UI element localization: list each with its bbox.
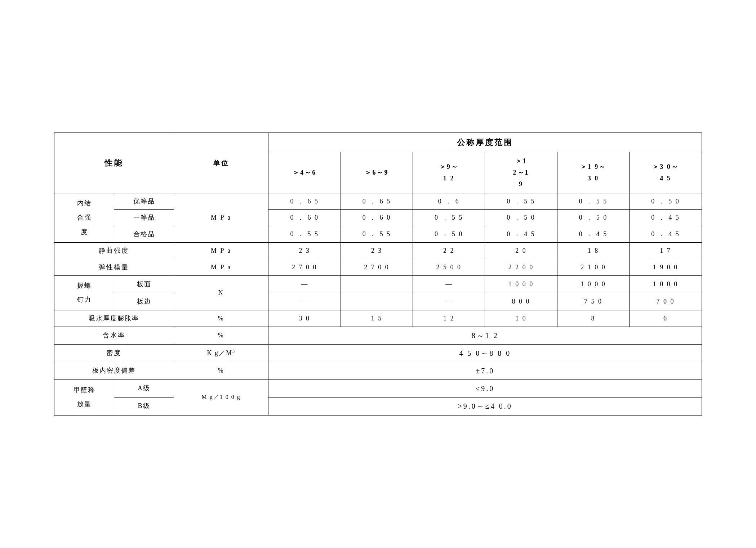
table-row: 吸水厚度膨胀率 % 3 0 1 5 1 2 1 0 8 6: [54, 310, 702, 327]
cell-banmian: 板面: [114, 275, 174, 293]
range-col-6: ＞3 0～4 5: [630, 152, 702, 193]
cell-v2-1: 0 ． 6 0: [268, 210, 341, 226]
cell-xishui: 吸水厚度膨胀率: [54, 310, 174, 327]
cell-tx5: 2 1 0 0: [557, 259, 629, 275]
cell-jq4: 2 0: [485, 243, 557, 259]
cell-yidenpin: 一等品: [114, 210, 174, 226]
cell-unit-mg: M g／1 0 0 g: [174, 379, 268, 415]
cell-hanshuilu-value: 8～1 2: [268, 327, 702, 344]
cell-xs1: 3 0: [268, 310, 341, 327]
cell-jiaquan: 甲醛释放量: [54, 379, 114, 415]
cell-wl1-2: [341, 275, 413, 293]
data-table: 性能 单位 公称厚度范围 ＞4～6 ＞6～9 ＞9～1 2 ＞12～19 ＞1 …: [54, 132, 702, 415]
table-row: 密度 K g／M3 4 5 0～8 8 0: [54, 344, 702, 362]
cell-tx3: 2 5 0 0: [413, 259, 485, 275]
cell-midu-value: 4 5 0～8 8 0: [268, 344, 702, 362]
cell-unit-pct2: %: [174, 327, 268, 344]
cell-wl2-5: 7 5 0: [557, 293, 629, 310]
table-row: 板内密度偏差 % ±7.0: [54, 362, 702, 379]
cell-hanshuilu: 含水率: [54, 327, 174, 344]
cell-tx2: 2 7 0 0: [341, 259, 413, 275]
cell-v1-6: 0 ． 5 0: [630, 193, 702, 210]
table-row: 含水率 % 8～1 2: [54, 327, 702, 344]
cell-unit-pct1: %: [174, 310, 268, 327]
cell-wl1-5: 1 0 0 0: [557, 275, 629, 293]
cell-wl1-3: —: [413, 275, 485, 293]
cell-unit-pct3: %: [174, 362, 268, 379]
cell-bannei-value: ±7.0: [268, 362, 702, 379]
cell-neijie: 内结合强度: [54, 193, 114, 242]
cell-jq2: 2 3: [341, 243, 413, 259]
cell-unit-mpa2: M P a: [174, 243, 268, 259]
cell-xs6: 6: [630, 310, 702, 327]
cell-wl2-6: 7 0 0: [630, 293, 702, 310]
cell-jq6: 1 7: [630, 243, 702, 259]
table-row: 弹性模量 M P a 2 7 0 0 2 7 0 0 2 5 0 0 2 2 0…: [54, 259, 702, 275]
table-row: B级 >9.0～≤4 0.0: [54, 397, 702, 415]
cell-unit-mpa1: M P a: [174, 193, 268, 242]
cell-tx4: 2 2 0 0: [485, 259, 557, 275]
cell-wl1-4: 1 0 0 0: [485, 275, 557, 293]
cell-youdenpin: 优等品: [114, 193, 174, 210]
cell-wl2-3: —: [413, 293, 485, 310]
header-performance: 性能: [54, 133, 174, 193]
table-row: 静曲强度 M P a 2 3 2 3 2 2 2 0 1 8 1 7: [54, 243, 702, 259]
cell-v3-4: 0 ． 4 5: [485, 226, 557, 243]
cell-v1-3: 0 ． 6: [413, 193, 485, 210]
cell-wl1-1: —: [268, 275, 341, 293]
cell-tanxing: 弹性模量: [54, 259, 174, 275]
cell-xs5: 8: [557, 310, 629, 327]
cell-v1-5: 0 ． 5 5: [557, 193, 629, 210]
table-row: 甲醛释放量 A级 M g／1 0 0 g ≤9.0: [54, 379, 702, 397]
cell-jq5: 1 8: [557, 243, 629, 259]
cell-v3-6: 0 ． 4 5: [630, 226, 702, 243]
header-unit: 单位: [174, 133, 268, 193]
range-col-5: ＞1 9～3 0: [557, 152, 629, 193]
range-col-2: ＞6～9: [341, 152, 413, 193]
cell-wl1-6: 1 0 0 0: [630, 275, 702, 293]
cell-hegeping: 合格品: [114, 226, 174, 243]
cell-tx6: 1 9 0 0: [630, 259, 702, 275]
header-thickness-range: 公称厚度范围: [268, 133, 702, 152]
cell-jq1: 2 3: [268, 243, 341, 259]
cell-xs3: 1 2: [413, 310, 485, 327]
range-col-3: ＞9～1 2: [413, 152, 485, 193]
table-row: 合格品 0 ． 5 5 0 ． 5 5 0 ． 5 0 0 ． 4 5 0 ． …: [54, 226, 702, 243]
cell-v2-4: 0 ． 5 0: [485, 210, 557, 226]
cell-midu: 密度: [54, 344, 174, 362]
cell-v1-2: 0 ． 6 5: [341, 193, 413, 210]
cell-bjia: B级: [114, 397, 174, 415]
cell-v3-5: 0 ． 4 5: [557, 226, 629, 243]
cell-v2-5: 0 ． 5 0: [557, 210, 629, 226]
cell-tx1: 2 7 0 0: [268, 259, 341, 275]
cell-jq3: 2 2: [413, 243, 485, 259]
range-col-4: ＞12～19: [485, 152, 557, 193]
cell-v3-3: 0 ． 5 0: [413, 226, 485, 243]
cell-bannei: 板内密度偏差: [54, 362, 174, 379]
cell-unit-n: N: [174, 275, 268, 310]
cell-wl2-4: 8 0 0: [485, 293, 557, 310]
cell-unit-kgm3: K g／M3: [174, 344, 268, 362]
cell-xs4: 1 0: [485, 310, 557, 327]
table-row: 握螺钉力 板面 N — — 1 0 0 0 1 0 0 0 1 0 0 0: [54, 275, 702, 293]
cell-wl2-1: —: [268, 293, 341, 310]
cell-bjia-value: >9.0～≤4 0.0: [268, 397, 702, 415]
cell-v2-3: 0 ． 5 5: [413, 210, 485, 226]
table-wrapper: 性能 单位 公称厚度范围 ＞4～6 ＞6～9 ＞9～1 2 ＞12～19 ＞1 …: [54, 132, 702, 415]
cell-v1-1: 0 ． 6 5: [268, 193, 341, 210]
cell-ajia: A级: [114, 379, 174, 397]
table-row: 一等品 0 ． 6 0 0 ． 6 0 0 ． 5 5 0 ． 5 0 0 ． …: [54, 210, 702, 226]
cell-ajia-value: ≤9.0: [268, 379, 702, 397]
cell-v1-4: 0 ． 5 5: [485, 193, 557, 210]
table-row: 板边 — — 8 0 0 7 5 0 7 0 0: [54, 293, 702, 310]
cell-unit-mpa3: M P a: [174, 259, 268, 275]
cell-jingqu: 静曲强度: [54, 243, 174, 259]
cell-banbian: 板边: [114, 293, 174, 310]
cell-v3-1: 0 ． 5 5: [268, 226, 341, 243]
cell-woluoding: 握螺钉力: [54, 275, 114, 310]
cell-v2-2: 0 ． 6 0: [341, 210, 413, 226]
table-row: 内结合强度 优等品 M P a 0 ． 6 5 0 ． 6 5 0 ． 6 0 …: [54, 193, 702, 210]
cell-v3-2: 0 ． 5 5: [341, 226, 413, 243]
range-col-1: ＞4～6: [268, 152, 341, 193]
cell-v2-6: 0 ． 4 5: [630, 210, 702, 226]
